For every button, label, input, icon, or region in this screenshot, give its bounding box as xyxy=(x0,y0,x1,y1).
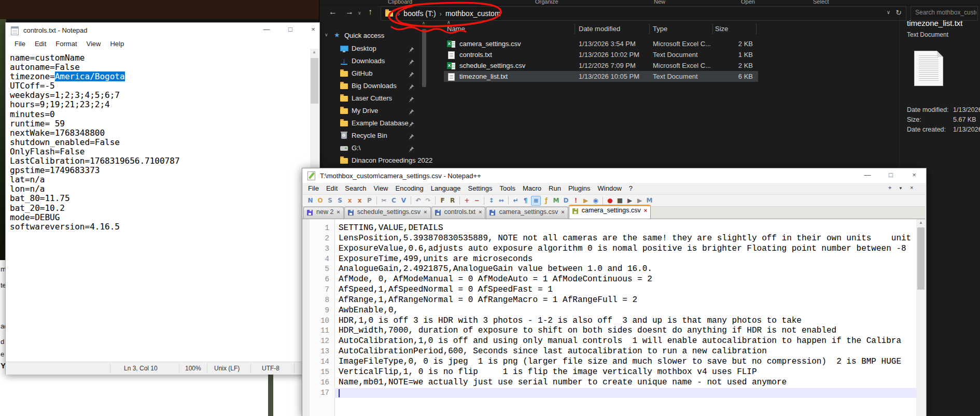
undo-icon[interactable]: ↶ xyxy=(414,196,423,205)
save-macro-icon[interactable]: M xyxy=(645,196,654,205)
column-header-name[interactable]: Name xyxy=(447,25,465,33)
sidebar-item-laser-cutters[interactable]: Laser Cutters xyxy=(319,92,421,105)
npp-menu-edit[interactable]: Edit xyxy=(323,183,341,192)
column-header-size[interactable]: Size xyxy=(715,25,728,33)
redo-icon[interactable]: ↷ xyxy=(424,196,432,205)
maximize-button[interactable] xyxy=(285,25,296,33)
sidebar-item-big-downloads[interactable]: Big Downloads xyxy=(319,80,421,92)
maximize-button[interactable] xyxy=(885,171,897,179)
save-all-icon[interactable]: S xyxy=(335,196,344,205)
document-switcher-icon[interactable]: D xyxy=(562,196,570,205)
npp-menu-tools[interactable]: Tools xyxy=(496,183,519,192)
column-divider[interactable] xyxy=(756,24,757,34)
minimize-button[interactable] xyxy=(261,25,272,33)
scroll-up-icon[interactable] xyxy=(422,21,425,25)
tab-schedule-settings-csv[interactable]: schedule_settings.csv× xyxy=(344,207,431,219)
sidebar-item-downloads[interactable]: Downloads xyxy=(319,55,421,67)
npp-menu-run[interactable]: Run xyxy=(545,183,565,192)
scrollbar-thumb[interactable] xyxy=(311,58,318,104)
find-icon[interactable]: F xyxy=(438,196,447,205)
scrollbar-thumb[interactable] xyxy=(917,227,925,290)
sidebar-item-quick-access[interactable]: Quick access xyxy=(319,30,421,42)
cut-icon[interactable]: ✂ xyxy=(380,196,388,205)
folder-as-workspace-icon[interactable]: ▶ xyxy=(581,196,590,205)
scrollbar-thumb[interactable] xyxy=(422,29,426,87)
close-tab-icon[interactable]: × xyxy=(644,207,647,213)
scroll-up-icon[interactable] xyxy=(312,50,316,54)
forward-icon[interactable]: → xyxy=(345,7,354,17)
close-all-icon[interactable]: x xyxy=(355,196,364,205)
notepad-menu-format[interactable]: Format xyxy=(51,39,81,48)
file-monitoring-icon[interactable]: ◉ xyxy=(591,196,600,205)
close-tab-icon[interactable]: × xyxy=(479,209,482,215)
sidebar-item-dinacon-proceedings-2022[interactable]: Dinacon Proceedings 2022 xyxy=(319,154,421,167)
back-icon[interactable]: ← xyxy=(329,7,337,17)
play-macro-icon[interactable]: ▶ xyxy=(625,196,634,205)
file-row-timezone-list-txt[interactable]: timezone_list.txt1/13/2026 10:05 PMText … xyxy=(444,71,758,82)
zoom-out-icon[interactable]: − xyxy=(472,196,481,205)
npp-menu-view[interactable]: View xyxy=(370,183,392,192)
search-input[interactable] xyxy=(914,8,977,17)
copy-icon[interactable]: C xyxy=(389,196,398,205)
zoom-in-icon[interactable]: + xyxy=(463,196,471,205)
tab-new-2[interactable]: new 2× xyxy=(303,207,344,219)
up-icon[interactable]: ↑ xyxy=(368,7,372,17)
scroll-up-icon[interactable] xyxy=(919,220,923,225)
save-icon[interactable]: S xyxy=(326,196,334,205)
column-divider[interactable] xyxy=(575,24,575,34)
print-icon[interactable]: P xyxy=(365,196,374,205)
column-header-date-modified[interactable]: Date modified xyxy=(579,25,620,33)
menu-close-icon[interactable] xyxy=(910,184,913,191)
sync-vertical-scroll-icon[interactable]: ↕ xyxy=(487,196,496,205)
record-macro-icon[interactable]: ● xyxy=(606,196,614,205)
run-macro-multiple-icon[interactable]: ▶ xyxy=(635,196,644,205)
close-button[interactable] xyxy=(908,171,920,179)
show-all-characters-icon[interactable]: ¶ xyxy=(521,196,530,205)
sidebar-scrollbar[interactable] xyxy=(421,21,427,172)
npp-menu-plugins[interactable]: Plugins xyxy=(565,183,594,192)
menu-dropdown-icon[interactable] xyxy=(899,184,903,191)
chevron-down-icon[interactable] xyxy=(325,32,328,37)
new-file-icon[interactable]: N xyxy=(306,196,315,205)
document-map-icon[interactable]: M xyxy=(552,196,561,205)
column-divider[interactable] xyxy=(649,24,650,34)
notepad-menu-file[interactable]: File xyxy=(10,39,30,48)
notepadpp-scrollbar[interactable] xyxy=(917,219,925,416)
notepad-menu-edit[interactable]: Edit xyxy=(30,39,51,48)
sidebar-item-my-drive[interactable]: My Drive xyxy=(319,105,421,117)
close-button[interactable] xyxy=(307,25,319,33)
npp-menu-encoding[interactable]: Encoding xyxy=(392,183,427,192)
close-icon[interactable]: x xyxy=(345,196,354,205)
minimize-button[interactable] xyxy=(862,171,873,179)
file-row-schedule-settings-csv[interactable]: schedule_settings.csv1/12/2026 7:09 PMMi… xyxy=(444,60,758,71)
npp-menu-settings[interactable]: Settings xyxy=(465,183,496,192)
ghost-typing-icon[interactable]: ! xyxy=(571,196,580,205)
menu-plus-icon[interactable] xyxy=(888,184,891,191)
address-dropdown-icon[interactable] xyxy=(887,9,890,15)
paste-icon[interactable]: V xyxy=(399,196,408,205)
replace-icon[interactable]: R xyxy=(448,196,457,205)
tab-camera-settings-csv[interactable]: camera_settings.csv× xyxy=(486,207,568,219)
file-row-controls-txt[interactable]: controls.txt1/13/2026 10:02 PMText Docum… xyxy=(444,49,758,60)
column-divider[interactable] xyxy=(712,24,713,34)
notepad-menu-view[interactable]: View xyxy=(82,39,106,48)
npp-menu-help[interactable]: ? xyxy=(625,183,636,192)
function-list-icon[interactable]: ƒ xyxy=(542,196,551,205)
npp-menu-file[interactable]: File xyxy=(304,183,323,192)
notepadpp-editor[interactable]: 1SETTING,VALUE,DETAILS2LensPosition,5.39… xyxy=(302,219,916,416)
notepad-title-bar[interactable]: controls.txt - Notepad xyxy=(6,23,319,38)
npp-menu-window[interactable]: Window xyxy=(594,183,625,192)
breadcrumb-folder[interactable]: mothbox_custom xyxy=(445,9,501,18)
close-tab-icon[interactable]: × xyxy=(424,209,427,215)
tab-controls-txt[interactable]: controls.txt× xyxy=(431,207,486,219)
breadcrumb-drive[interactable]: bootfs (T:) xyxy=(403,9,436,18)
sidebar-item-github[interactable]: GitHub xyxy=(319,67,421,80)
npp-menu-search[interactable]: Search xyxy=(341,183,370,192)
sidebar-item-recycle-bin[interactable]: Recycle Bin xyxy=(319,130,421,142)
sidebar-item-example-database[interactable]: Example Database xyxy=(319,117,421,130)
file-row-camera-settings-csv[interactable]: camera_settings.csv1/13/2026 3:54 PMMicr… xyxy=(444,38,758,49)
address-bar[interactable]: bootfs (T:) mothbox_custom xyxy=(381,6,906,21)
stop-recording-icon[interactable]: ■ xyxy=(615,196,624,205)
notepadpp-title-bar[interactable]: T:\mothbox_custom\camera_settings.csv - … xyxy=(302,168,926,183)
sidebar-item-g[interactable]: G:\ xyxy=(319,142,421,154)
